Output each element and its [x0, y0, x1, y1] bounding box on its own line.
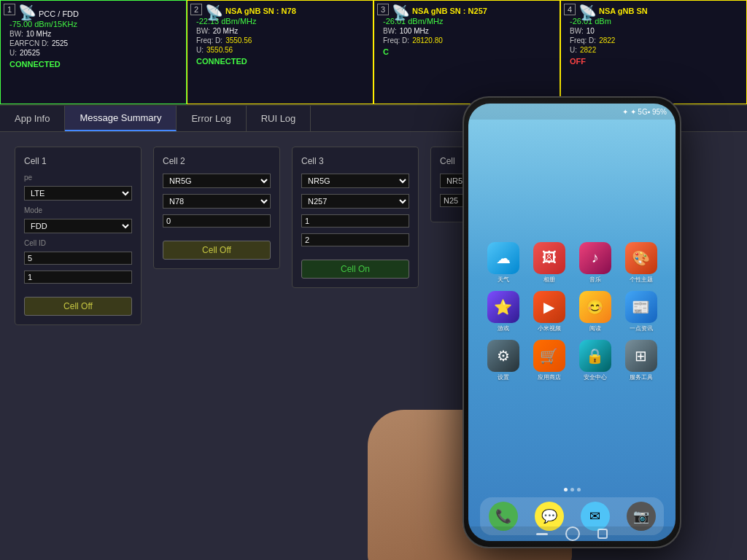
tab-rui-log[interactable]: RUI Log	[247, 106, 311, 131]
cell-panel-3: 3 📡 NSA gNB SN : N257 -26.01 dBm/MHz BW:…	[374, 0, 560, 104]
main-content: Cell 1 pe LTE NR5G Mode FDD TDD Cell ID	[0, 132, 747, 560]
cell-config-3: Cell 3 NR5G LTE N257 N78 N41 Cell	[292, 147, 419, 288]
cell3-band-group: N257 N78 N41	[301, 194, 409, 209]
cell-config-4: Cell NR5	[430, 147, 489, 222]
cell2-sub-input[interactable]	[163, 214, 271, 228]
panel2-bw: 20 MHz	[213, 27, 238, 35]
panel4-frequ: 2822	[580, 46, 596, 54]
cell4-type-group: NR5	[440, 174, 479, 188]
cell3-type-select[interactable]: NR5G LTE	[301, 174, 409, 188]
cell4-title: Cell	[440, 156, 479, 166]
panel-number-3: 3	[377, 4, 389, 15]
panel3-status: C	[383, 47, 554, 56]
cell1-button[interactable]: Cell Off	[24, 297, 132, 316]
panel4-status: OFF	[570, 57, 740, 66]
tower-icon-2: 📡	[205, 4, 223, 21]
cell-panel-1: 1 📡 PCC / FDD -75.00 dBm/15KHz BW: 10 MH…	[0, 0, 187, 104]
panel2-type: NSA gNB SN : N78	[225, 7, 367, 15]
cell3-type-group: NR5G LTE	[301, 174, 409, 188]
cell-config-2: Cell 2 NR5G LTE N78 N257 N41 Cell Off	[153, 147, 280, 269]
cells-config: Cell 1 pe LTE NR5G Mode FDD TDD Cell ID	[0, 132, 747, 560]
panel2-frequ: 3550.56	[206, 46, 233, 54]
cell1-mode-label: Mode	[24, 206, 132, 214]
panel-number-1: 1	[4, 4, 15, 15]
tower-icon-1: 📡	[18, 4, 36, 21]
tower-icon-3: 📡	[392, 4, 410, 21]
cell3-title: Cell 3	[301, 156, 409, 166]
cell2-title: Cell 2	[163, 156, 271, 166]
panel-number-4: 4	[564, 4, 576, 15]
cell1-type-group: pe LTE NR5G	[24, 174, 132, 201]
cell2-sub-group	[163, 214, 271, 228]
cell2-band-group: N78 N257 N41	[163, 194, 271, 209]
panel1-earfcnd: 2525	[52, 39, 68, 47]
cell3-sub1-group	[301, 214, 409, 228]
panel-number-2: 2	[190, 4, 202, 15]
cell-panel-4: 4 📡 NSA gNB SN -26.01 dBm BW: 10 Freq: D…	[560, 0, 747, 104]
cell1-cellid-group: Cell ID	[24, 239, 132, 265]
panel3-bw: 100 MHz	[400, 27, 429, 35]
cell-panel-2: 2 📡 NSA gNB SN : N78 -22.13 dBm/MHz BW: …	[187, 0, 374, 104]
panel4-type: NSA gNB SN	[599, 7, 740, 15]
cell3-sub2-input[interactable]	[301, 233, 409, 246]
cell4-band-input[interactable]	[440, 194, 484, 207]
cell3-button[interactable]: Cell On	[301, 260, 409, 279]
panel1-bw: 10 MHz	[26, 30, 51, 38]
cell2-type-group: NR5G LTE	[163, 174, 271, 188]
tabs-bar: App Info Message Summary Error Log RUI L…	[0, 106, 747, 132]
panel4-freqd: 2822	[599, 36, 615, 44]
cell3-band-select[interactable]: N257 N78 N41	[301, 194, 409, 209]
tab-message-summary[interactable]: Message Summary	[65, 106, 177, 131]
cell4-type-select[interactable]: NR5	[440, 174, 484, 188]
cell1-sub-input[interactable]	[24, 271, 132, 284]
cell1-sub-group	[24, 271, 132, 284]
panel2-freqd: 3550.56	[225, 36, 252, 44]
cell1-cellid-label: Cell ID	[24, 239, 132, 247]
cell2-button[interactable]: Cell Off	[163, 241, 271, 260]
cell1-cellid-input[interactable]	[24, 252, 132, 265]
cell-config-1: Cell 1 pe LTE NR5G Mode FDD TDD Cell ID	[15, 147, 142, 325]
panel4-bw: 10	[587, 27, 595, 35]
top-status-bar: 1 📡 PCC / FDD -75.00 dBm/15KHz BW: 10 MH…	[0, 0, 747, 106]
cell1-mode-group: Mode FDD TDD	[24, 206, 132, 233]
panel2-status: CONNECTED	[196, 57, 367, 66]
cell1-mode-select[interactable]: FDD TDD	[24, 219, 132, 233]
cell1-title: Cell 1	[24, 156, 132, 166]
tab-error-log[interactable]: Error Log	[177, 106, 246, 131]
cell3-sub2-group	[301, 233, 409, 246]
panel1-status: CONNECTED	[9, 60, 180, 69]
panel3-freqd: 28120.80	[412, 36, 443, 44]
panel1-earfcnu: 20525	[20, 49, 40, 57]
tower-icon-4: 📡	[578, 4, 597, 21]
tab-app-info[interactable]: App Info	[0, 106, 65, 131]
panel3-type: NSA gNB SN : N257	[412, 7, 554, 15]
cell1-type-select[interactable]: LTE NR5G	[24, 186, 132, 201]
cell2-type-select[interactable]: NR5G LTE	[163, 174, 271, 188]
panel1-type: PCC / FDD	[39, 9, 180, 18]
cell1-type-label: pe	[24, 174, 132, 182]
cell4-band-group	[440, 194, 479, 207]
cell2-band-select[interactable]: N78 N257 N41	[163, 194, 271, 209]
cell3-sub1-input[interactable]	[301, 214, 409, 228]
